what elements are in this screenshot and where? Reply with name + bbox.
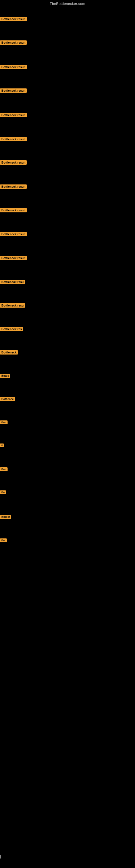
bottleneck-badge-row: Bottleneck result xyxy=(0,160,27,166)
bottleneck-badge-row: Bottleneck result xyxy=(0,256,27,261)
bottleneck-result-badge[interactable]: Bottleneck resu xyxy=(0,280,25,284)
bottleneck-result-badge[interactable]: Bottlenec xyxy=(0,397,15,401)
bottleneck-badge-row: Bottleneck result xyxy=(0,184,27,190)
bottleneck-result-badge[interactable]: Bo xyxy=(0,490,6,494)
bottleneck-badge-row: Bo xyxy=(0,490,6,495)
bottleneck-result-badge[interactable]: Bottleneck result xyxy=(0,184,27,189)
bottleneck-result-badge[interactable]: Bottle xyxy=(0,374,10,378)
bottleneck-badge-row: Bot xyxy=(0,538,7,543)
bottleneck-badge-row: Bottlenec xyxy=(0,397,15,402)
bottleneck-badge-row: Bottleneck result xyxy=(0,17,27,22)
bottleneck-badge-row: Bott xyxy=(0,467,8,472)
bottleneck-badge-row: Bottleneck result xyxy=(0,65,27,70)
bottleneck-badge-row: Bottleneck result xyxy=(0,40,27,46)
bottleneck-result-badge[interactable]: B xyxy=(0,443,4,447)
bottleneck-result-badge[interactable]: Bottleneck res xyxy=(0,327,23,331)
bottleneck-result-badge[interactable]: Bottleneck result xyxy=(0,17,27,21)
bottleneck-result-badge[interactable]: Bottleneck result xyxy=(0,232,27,236)
bottleneck-badge-row: B xyxy=(0,443,4,448)
bottleneck-result-badge[interactable]: Bottleneck result xyxy=(0,88,27,93)
bottleneck-result-badge[interactable]: Bottleneck result xyxy=(0,40,27,45)
bottleneck-badge-row: Bottleneck result xyxy=(0,113,27,118)
bottleneck-badge-row: Bottleneck xyxy=(0,350,18,355)
bottleneck-badge-row: Bottleneck result xyxy=(0,88,27,94)
site-title: TheBottlenecker.com xyxy=(0,0,135,7)
bottleneck-badge-row: Bottleneck result xyxy=(0,208,27,214)
bottleneck-result-badge[interactable]: Bottleneck result xyxy=(0,65,27,69)
bottleneck-badge-row: Bottle xyxy=(0,374,10,379)
bottleneck-result-badge[interactable]: Bottleneck result xyxy=(0,208,27,212)
bottleneck-result-badge[interactable]: Bottleneck result xyxy=(0,160,27,165)
bottom-marker xyxy=(0,855,1,859)
bottleneck-badge-row: Bottleneck res xyxy=(0,327,23,332)
bottleneck-result-badge[interactable]: Bottleneck xyxy=(0,350,18,354)
bottleneck-result-badge[interactable]: Bottleneck result xyxy=(0,256,27,260)
bottleneck-result-badge[interactable]: Bott xyxy=(0,421,8,424)
bottleneck-result-badge[interactable]: Bot xyxy=(0,538,7,542)
bottleneck-badge-row: Bottleneck result xyxy=(0,137,27,143)
bottleneck-result-badge[interactable]: Bottleneck resu xyxy=(0,303,25,308)
bottleneck-badge-row: Bottleneck resu xyxy=(0,280,25,285)
bottleneck-result-badge[interactable]: Bott xyxy=(0,467,8,471)
bottleneck-result-badge[interactable]: Bottler xyxy=(0,515,11,519)
bottleneck-result-badge[interactable]: Bottleneck result xyxy=(0,137,27,141)
bottleneck-badge-row: Bottleneck result xyxy=(0,232,27,237)
bottleneck-badge-row: Bottleneck resu xyxy=(0,303,25,309)
bottleneck-badge-row: Bott xyxy=(0,421,8,425)
bottleneck-result-badge[interactable]: Bottleneck result xyxy=(0,113,27,117)
bottleneck-badge-row: Bottler xyxy=(0,515,11,520)
